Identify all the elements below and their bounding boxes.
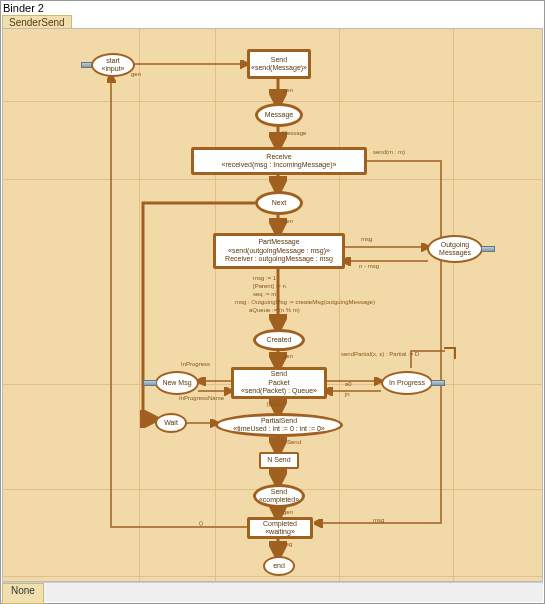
node-title: Wait [164,419,178,427]
node-next[interactable]: Next [255,191,303,215]
node-inprogress[interactable]: In Progress [381,371,433,395]
flag-d [444,347,456,359]
node-message[interactable]: Message [255,103,303,127]
edge-label: InProgress [181,361,210,367]
node-title: Created [267,336,292,344]
app-frame: Binder 2 SenderSend [0,0,545,604]
node-completed[interactable]: Completed «waiting» [247,517,313,539]
edge-label: [Es,m] [267,401,284,407]
node-title: N Send [267,456,290,464]
window-title: Binder 2 [3,2,44,14]
node-title: PartialSend [261,417,297,425]
code-line: [Parent] := n [253,283,286,289]
node-title: PartMessage [258,238,299,246]
code-line: msg := 1 [253,275,276,281]
node-sub: Messages [439,249,471,257]
node-partialsend[interactable]: PartialSend «timeUsed : int := 0 : int :… [215,413,343,437]
code-line: seq := m [253,291,276,297]
node-title: Completed [263,520,297,528]
edge-label: msg [373,517,384,523]
node-send2[interactable]: Send Packet «send(Packet) : Queue» [231,367,327,399]
node-send[interactable]: Send «send(Message)» [247,49,311,79]
node-sub2: Receiver : outgoingMessage : msg [225,255,333,263]
node-title: New Msg [162,379,191,387]
edge-label: gen [131,71,141,77]
node-nsend[interactable]: N Send [259,452,299,469]
code-line: msg : OutgoingMsg := createMsg(outgoingM… [235,299,375,305]
node-send3[interactable]: Send «completed» [253,484,305,508]
port [143,380,157,386]
node-outgoing[interactable]: Outgoing Messages [427,235,483,263]
edge-label: msg [361,236,372,242]
edge-label: gen [283,87,293,93]
node-sub: «completed» [259,496,299,504]
node-title: Next [272,199,286,207]
edge-label: n - msg [359,263,379,269]
diagram-canvas[interactable]: start «input» gen Send «send(Message)» g… [2,28,543,582]
edge-label: jn [345,391,350,397]
edge-label: msg [281,541,292,547]
node-title: start [106,57,120,65]
node-title: Outgoing [441,241,469,249]
port [431,380,445,386]
node-title: Send [271,56,287,64]
node-sub: «received(msg : IncomingMessage)» [222,161,337,169]
node-sub: «send(Message)» [251,64,307,72]
port [481,246,495,252]
edge-label: a0 [345,381,352,387]
node-title: In Progress [389,379,425,387]
node-title: Receive [266,153,291,161]
node-created[interactable]: Created [253,329,305,351]
node-end[interactable]: end [263,556,295,576]
edge-label: Message [282,130,306,136]
node-sub2: «send(Packet) : Queue» [241,387,317,395]
edge-label: gen [283,353,293,359]
node-start[interactable]: start «input» [91,53,135,77]
node-title: Message [265,111,293,119]
node-partmessage[interactable]: PartMessage «send(outgoingMessage : msg)… [213,233,345,269]
node-newmsg[interactable]: New Msg [155,371,199,395]
edge-label: sendPartial(x, s) : Partial := D [341,351,419,357]
edge-label: InProgressName [179,395,224,401]
edge-label: gen [283,218,293,224]
edge-label: N Send [281,439,301,445]
footer-tab-none[interactable]: None [2,583,44,604]
node-title: Send [271,370,287,378]
node-sub: Packet [268,379,289,387]
edge-label: () [199,520,203,526]
node-sub: «waiting» [265,528,295,536]
code-line: aQueue := (n % m) [249,307,300,313]
edge-label: send(m : m) [373,149,405,155]
node-title: end [273,562,285,570]
node-sub: «send(outgoingMessage : msg)» [228,247,330,255]
node-sub: «timeUsed : int := 0 : int := 0» [233,425,324,433]
node-wait[interactable]: Wait [155,413,187,433]
node-title: Send [271,488,287,496]
edge-label: gen [283,509,293,515]
node-receive[interactable]: Receive «received(msg : IncomingMessage)… [191,147,367,175]
node-sub: «input» [102,65,125,73]
footer: None [2,582,543,602]
